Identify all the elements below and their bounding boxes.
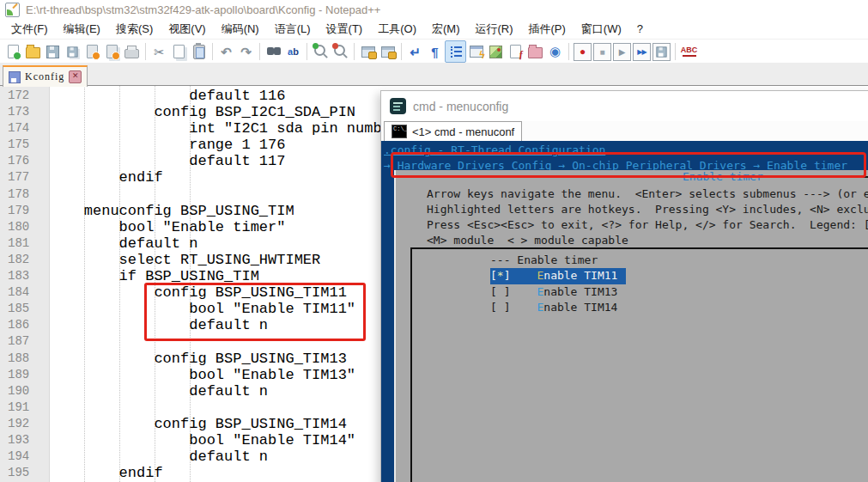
- spell-check-icon[interactable]: ABC: [679, 41, 699, 62]
- line-number: 188: [0, 351, 49, 367]
- print-icon[interactable]: [122, 41, 142, 62]
- menu-item-plugins[interactable]: 插件(P): [521, 19, 574, 40]
- menuconfig-dialog: Enable timer Arrow keys navigate the men…: [394, 170, 868, 482]
- macro-stop-icon[interactable]: ■: [592, 41, 612, 62]
- macro-run-multiple-icon[interactable]: ▶▶: [632, 41, 652, 62]
- screen: E:\rt-thread\bsp\stm32\stm32f429-atk-apo…: [0, 0, 868, 482]
- menu-item-help[interactable]: ?: [629, 20, 651, 38]
- menu-item-macro[interactable]: 宏(M): [424, 19, 468, 40]
- save-icon[interactable]: [43, 41, 63, 62]
- line-number: 178: [0, 186, 49, 203]
- show-all-characters-icon[interactable]: ¶: [425, 41, 445, 62]
- monitoring-icon[interactable]: ◉: [545, 41, 565, 62]
- toolbar-separator: [401, 43, 402, 60]
- toolbar-separator: [307, 43, 307, 60]
- annotation-red-box-editor: [144, 283, 366, 341]
- cmd-window-title: cmd - menuconfig: [413, 100, 508, 113]
- close-icon[interactable]: [82, 41, 102, 62]
- cmd-tab-label: <1> cmd - menuconf: [412, 125, 514, 138]
- copy-icon[interactable]: [169, 41, 189, 62]
- line-number: 185: [0, 301, 49, 317]
- cmd-tab[interactable]: C:\_ <1> cmd - menuconf: [384, 121, 522, 142]
- menu-item-file[interactable]: 文件(F): [3, 19, 56, 40]
- menu-item-view[interactable]: 视图(V): [161, 19, 213, 40]
- toolbar-separator: [145, 43, 146, 60]
- menu-list: --- Enable timer [*]Enable TIM11 [ ]Enab…: [490, 253, 626, 316]
- toolbar-separator: [568, 43, 569, 60]
- menu-item-settings[interactable]: 设置(T): [319, 19, 371, 40]
- line-number: 194: [0, 448, 49, 465]
- cmd-tab-bar: C:\_ <1> cmd - menuconf: [381, 121, 868, 141]
- line-number: 179: [0, 203, 49, 219]
- find-icon[interactable]: [264, 41, 283, 62]
- close-all-icon[interactable]: [102, 41, 122, 62]
- line-number: 180: [0, 219, 49, 235]
- open-file-icon[interactable]: [23, 41, 43, 62]
- macro-save-icon[interactable]: [652, 41, 671, 62]
- menu-header: --- Enable timer: [490, 253, 598, 268]
- line-number: 184: [0, 284, 49, 301]
- redo-icon[interactable]: ↷: [236, 41, 256, 62]
- menu-list-border: [410, 247, 868, 482]
- cmd-icon: C:\_: [392, 125, 407, 138]
- dialog-help-line: Arrow keys navigate the menu. <Enter> se…: [427, 186, 868, 202]
- line-number: 182: [0, 252, 49, 268]
- menu-item-run[interactable]: 运行(R): [467, 19, 520, 40]
- menu-item-window[interactable]: 窗口(W): [574, 19, 629, 40]
- folder-as-workspace-icon[interactable]: [525, 41, 545, 62]
- undo-icon[interactable]: ↶: [216, 41, 236, 62]
- macro-play-icon[interactable]: ▶: [612, 41, 632, 62]
- menu-item-search[interactable]: 搜索(S): [108, 19, 161, 40]
- notepad-plus-plus-icon: [5, 3, 20, 17]
- cmd-window: cmd - menuconfig C:\_ <1> cmd - menuconf…: [380, 90, 868, 482]
- line-number: 175: [0, 137, 49, 153]
- title-bar: E:\rt-thread\bsp\stm32\stm32f429-atk-apo…: [0, 0, 868, 19]
- zoom-in-icon[interactable]: [311, 41, 331, 62]
- menu-item-language[interactable]: 语言(L): [267, 19, 319, 40]
- line-number: 190: [0, 383, 49, 400]
- paste-icon[interactable]: [189, 41, 209, 62]
- menu-option-enable-tim14[interactable]: [ ]Enable TIM14: [490, 300, 617, 315]
- macro-record-icon[interactable]: ●: [573, 41, 592, 62]
- menuconfig-terminal[interactable]: .config - RT-Thread Configuration → Hard…: [381, 141, 868, 482]
- menu-item-edit[interactable]: 编辑(E): [56, 19, 108, 40]
- sync-horizontal-scroll-icon[interactable]: [378, 41, 398, 62]
- line-number-gutter: 172 173 174 175 176 177 178 179 180 181 …: [0, 86, 50, 482]
- line-number: 186: [0, 317, 49, 333]
- annotation-red-box-breadcrumb: [391, 152, 866, 178]
- breadcrumb-arrow: →: [384, 159, 391, 172]
- menu-bar: 文件(F) 编辑(E) 搜索(S) 视图(V) 编码(N) 语言(L) 设置(T…: [0, 19, 868, 39]
- document-map-icon[interactable]: [486, 41, 506, 62]
- indent-guide-icon[interactable]: [445, 40, 466, 63]
- line-number: 176: [0, 153, 49, 169]
- new-file-icon[interactable]: [3, 41, 23, 62]
- toolbar-separator: [675, 43, 676, 60]
- dialog-help-line: Highlighted letters are hotkeys. Pressin…: [427, 202, 868, 217]
- cmd-title-bar[interactable]: cmd - menuconfig: [381, 91, 868, 121]
- dialog-help-line: Press <Esc><Esc> to exit, <?> for Help, …: [427, 217, 868, 233]
- line-number: 174: [0, 120, 49, 137]
- line-number: 191: [0, 400, 49, 416]
- menu-item-encoding[interactable]: 编码(N): [214, 19, 267, 40]
- toolbar-separator: [212, 43, 213, 60]
- close-tab-icon[interactable]: [69, 70, 82, 83]
- menu-option-enable-tim13[interactable]: [ ]Enable TIM13: [490, 284, 617, 300]
- sync-vertical-scroll-icon[interactable]: [358, 41, 378, 62]
- window-title: E:\rt-thread\bsp\stm32\stm32f429-atk-apo…: [26, 3, 380, 16]
- word-wrap-icon[interactable]: ↵: [405, 41, 425, 62]
- function-list-icon[interactable]: ƒ: [506, 41, 525, 62]
- line-number: 183: [0, 268, 49, 284]
- replace-icon[interactable]: ab: [283, 41, 303, 62]
- tab-kconfig[interactable]: Kconfig: [3, 65, 88, 87]
- line-number: 181: [0, 235, 49, 252]
- save-all-icon[interactable]: [63, 41, 82, 62]
- zoom-out-icon[interactable]: [331, 41, 350, 62]
- menu-option-enable-tim11[interactable]: [*]Enable TIM11: [490, 268, 626, 284]
- cut-icon[interactable]: ✂: [149, 41, 169, 62]
- line-number: 187: [0, 333, 49, 350]
- menu-item-tools[interactable]: 工具(O): [370, 19, 424, 40]
- saved-floppy-icon: [9, 71, 21, 83]
- user-define-dialog-icon[interactable]: [466, 41, 486, 62]
- tab-bar: Kconfig: [0, 63, 868, 86]
- terminal-icon: [390, 98, 406, 114]
